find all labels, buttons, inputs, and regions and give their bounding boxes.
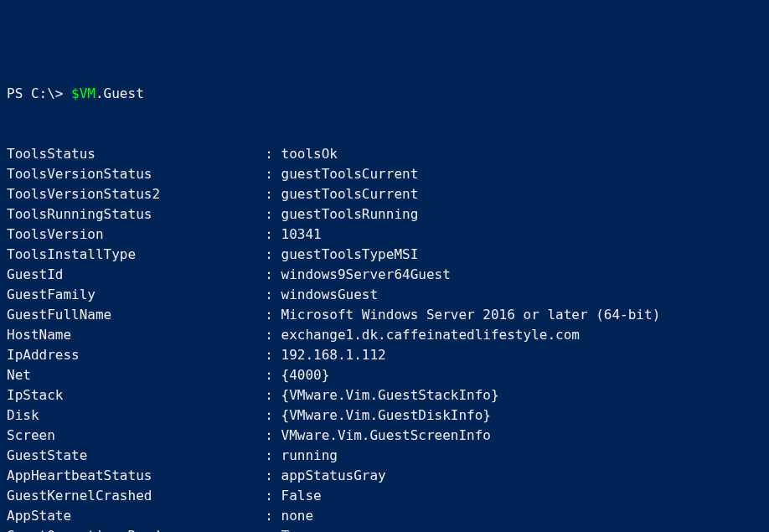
prompt-prefix: PS C:\>	[7, 85, 71, 101]
property-row: ToolsRunningStatus : guestToolsRunning	[7, 204, 762, 225]
property-row: ToolsVersionStatus : guestToolsCurrent	[7, 164, 762, 184]
property-row: GuestId : windows9Server64Guest	[7, 265, 762, 285]
property-row: IpAddress : 192.168.1.112	[7, 345, 762, 365]
property-row: Screen : VMware.Vim.GuestScreenInfo	[7, 426, 762, 446]
property-row: GuestOperationsReady : True	[7, 526, 762, 532]
property-row: GuestFullName : Microsoft Windows Server…	[7, 305, 762, 325]
property-row: GuestKernelCrashed : False	[7, 486, 762, 506]
property-row: Net : {4000}	[7, 365, 762, 385]
property-row: ToolsInstallType : guestToolsTypeMSI	[7, 245, 762, 265]
prompt-suffix: .Guest	[95, 85, 144, 101]
prompt-variable: $VM	[71, 85, 95, 101]
prompt-line[interactable]: PS C:\> $VM.Guest	[7, 85, 144, 101]
property-row: IpStack : {VMware.Vim.GuestStackInfo}	[7, 385, 762, 405]
terminal-output: PS C:\> $VM.Guest ToolsStatus : toolsOkT…	[7, 84, 762, 532]
property-row: AppHeartbeatStatus : appStatusGray	[7, 466, 762, 486]
property-row: GuestState : running	[7, 446, 762, 466]
property-row: ToolsVersionStatus2 : guestToolsCurrent	[7, 184, 762, 204]
property-row: GuestFamily : windowsGuest	[7, 285, 762, 305]
property-row: ToolsStatus : toolsOk	[7, 144, 762, 164]
blank-line	[7, 104, 762, 124]
property-row: ToolsVersion : 10341	[7, 225, 762, 245]
property-row: HostName : exchange1.dk.caffeinatedlifes…	[7, 325, 762, 345]
property-row: AppState : none	[7, 506, 762, 526]
output-properties: ToolsStatus : toolsOkToolsVersionStatus …	[7, 144, 762, 532]
property-row: Disk : {VMware.Vim.GuestDiskInfo}	[7, 405, 762, 426]
